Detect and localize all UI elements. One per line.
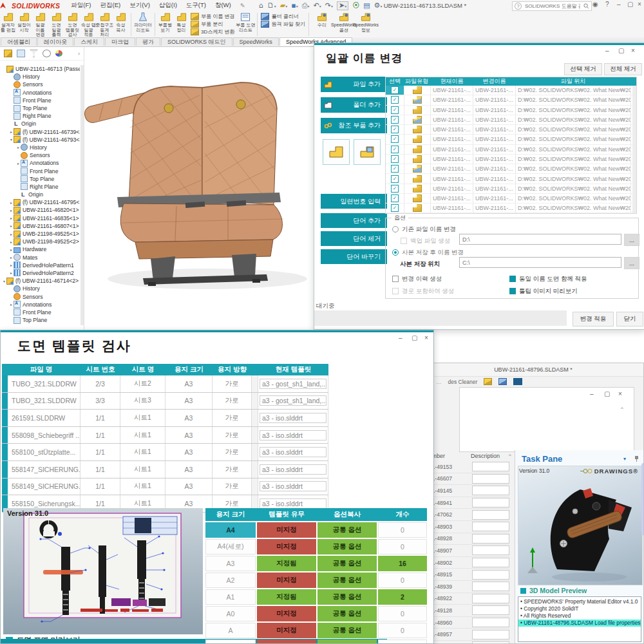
description-cell[interactable] [472,498,509,507]
table-row[interactable]: 161-48960 [433,617,509,629]
assembly-mode-button[interactable] [354,139,381,165]
table-row[interactable]: A4 미지정 공통 옵션 0 [205,522,427,538]
radio-icon[interactable] [392,249,399,256]
template-status-cell[interactable]: 미지정 [257,606,316,621]
tree-item[interactable]: ▸ UBW-21161-46820<1> (Bac [0,206,80,214]
pin-icon[interactable]: ✎ [236,2,250,9]
table-row[interactable]: 161-48903 [433,521,509,533]
new-file-icon[interactable]: 🗋▾ [267,2,276,10]
history-checkbox[interactable]: 변경 이력 생성 [392,275,442,283]
expand-arrow-icon[interactable]: ▸ [16,161,21,166]
table-row[interactable]: TUBO_321.SLDDRW 2/3 시트2 A3 가로 a3 - gost_… [2,375,328,393]
ribbon-tab[interactable]: 평가 [136,37,160,46]
copy-path-input[interactable]: C:\ [459,257,621,268]
table-row[interactable]: A(세로) 미지정 공통 옵션 0 [205,639,427,644]
add-referenced-parts-button[interactable]: 참조 부품 추가 [321,118,387,133]
undo-icon[interactable]: ↶▾ [314,2,321,10]
ribbon-stack-button[interactable]: 3D스케치 변환 [191,28,234,35]
description-cell[interactable] [472,510,509,520]
row-checkbox[interactable]: ✓ [391,185,399,193]
table-row[interactable]: ✓ UBW-21161-... UBW-21161-... D:₩02. SOL… [386,145,636,155]
row-checkbox[interactable]: ✓ [391,96,399,104]
maximize-icon[interactable]: ▢ [412,334,417,341]
pin-icon[interactable] [634,455,639,462]
tree-item[interactable]: ▸ DerivedHolePattern1 [0,261,80,269]
table-row[interactable]: 161-48902 [433,557,509,569]
row-checkbox[interactable]: ✓ [391,155,399,163]
menu-item[interactable]: 파일(F) [66,1,95,10]
tree-item[interactable]: ▸ UBW-21161-46835<1> (Bac [0,214,80,222]
tree-item[interactable]: Origin [0,120,80,128]
scroll-up-icon[interactable]: ^ [509,453,511,459]
mini-scrollbar[interactable] [252,427,258,444]
table-row[interactable]: 161-49153 [433,461,509,473]
tree-item[interactable]: ▸ Hardware [0,245,80,253]
paper-size-cell[interactable]: A4 [205,522,256,538]
description-cell[interactable] [472,570,509,580]
maximize-icon[interactable]: ▢ [604,390,610,397]
table-row[interactable]: ✓ UBW-21161-... UBW-21161-... D:₩02. SOL… [386,213,636,214]
tree-item[interactable]: ▸ UWB-21198-49525<1> (Thu [0,230,80,238]
restore-icon[interactable]: ▢ [627,1,633,8]
open-file-icon[interactable]: ▰▾ [280,2,287,10]
maximize-icon[interactable]: ▢ [618,47,624,54]
save-copy-radio[interactable]: 사본 저장 후 이름 변경 [392,249,464,257]
search-icon[interactable] [583,3,589,9]
menu-item[interactable]: 편집(E) [95,1,125,10]
table-row[interactable]: ✓ UBW-21161-... UBW-21161-... D:₩02. SOL… [386,184,636,194]
table-row[interactable]: 161-48941 [433,497,509,509]
tree-item[interactable]: Sensors [0,151,80,159]
tool-icon[interactable] [484,378,492,385]
help-circle-icon[interactable]: ? [605,1,609,8]
home-icon[interactable]: ⌂ [259,2,263,9]
same-drawing-checkbox[interactable]: 동일 이름 도면 함께 적용 [509,275,587,283]
close-icon[interactable]: × [631,47,635,54]
add-word-button[interactable]: 단어 추가 [321,213,387,228]
ribbon-tab[interactable]: SpeedWorks [233,37,279,46]
option-copy-cell[interactable]: 공통 옵션 [317,522,377,538]
ribbon-button[interactable]: SpeedWorks 옵션 [333,12,355,32]
table-row[interactable]: ✓ UBW-21161-... UBW-21161-... D:₩02. SOL… [386,106,636,115]
tree-item[interactable]: Front Plane [0,308,80,316]
tree-item[interactable]: Annotations [0,89,80,97]
ribbon-tab[interactable]: 스케치 [74,37,104,46]
table-row[interactable]: A4(세로) 미지정 공통 옵션 0 [205,539,427,554]
table-row[interactable]: 161-48928 [433,533,509,545]
expand-arrow-icon[interactable]: ▸ [9,208,14,213]
tree-item[interactable]: ▸ Annotations [0,301,80,308]
tooltip-preview-checkbox[interactable]: 툴팁 이미지 미리보기 [509,287,578,296]
ribbon-button[interactable]: 설계자 툴 편집 [0,12,16,37]
expand-arrow-icon[interactable]: ▾ [9,137,14,142]
table-row[interactable]: ✓ UBW-21161-... UBW-21161-... D:₩02. SOL… [386,155,636,164]
tree-item[interactable]: Origin [0,191,80,198]
ribbon-button[interactable]: 설정어 시작 [16,12,32,37]
remove-word-button[interactable]: 단어 제거 [321,231,387,246]
option-copy-cell[interactable]: 공통 옵션 [317,606,377,621]
paper-size-cell[interactable]: A2 [205,573,256,588]
menu-item[interactable]: 보기(V) [125,1,155,10]
expand-arrow-icon[interactable]: ▸ [9,129,14,134]
tree-item[interactable]: Right Plane [0,112,80,120]
table-row[interactable]: 161-49145 [433,485,509,497]
tree-item[interactable]: Front Plane [0,97,80,104]
option-copy-cell[interactable]: 공통 옵션 [317,573,377,588]
table-row[interactable]: ✓ UBW-21161-... UBW-21161-... D:₩02. SOL… [386,86,636,95]
table-row[interactable]: ✓ UBW-21161-... UBW-21161-... D:₩02. SOL… [386,135,636,144]
description-cell[interactable] [472,534,509,544]
description-cell[interactable] [472,630,509,639]
tree-item[interactable]: Top Plane [0,175,80,183]
dimxpert-icon[interactable] [43,50,51,57]
row-checkbox[interactable]: ✓ [391,86,399,94]
row-checkbox[interactable]: ✓ [391,146,399,153]
tree-item[interactable]: Top Plane [0,104,80,112]
template-status-cell[interactable]: 미지정 [257,639,316,644]
template-status-cell[interactable]: 미지정 [257,623,316,638]
checkbox-icon[interactable] [392,276,399,282]
description-cell[interactable] [472,462,509,471]
browse-copy-button[interactable]: ... [624,257,639,269]
ribbon-button[interactable]: 부품별 보기 [157,12,173,32]
ribbon-stack-button[interactable]: 폴더 클리너 [261,13,305,20]
mini-scrollbar[interactable] [252,478,258,495]
minimize-icon[interactable]: – [605,47,609,54]
table-row[interactable]: 161-49128 [433,605,509,617]
